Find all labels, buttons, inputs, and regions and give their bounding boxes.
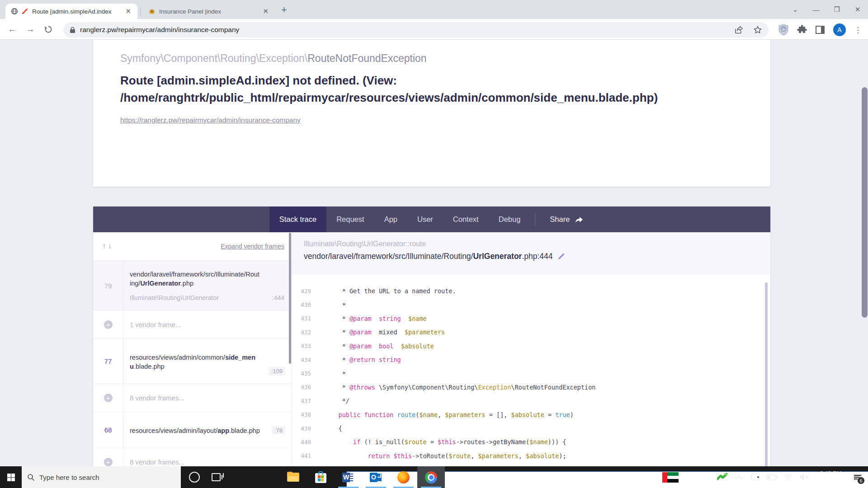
trading-app-icon[interactable] — [716, 466, 730, 488]
forward-button[interactable]: → — [24, 23, 36, 35]
vendor-frames-row[interactable]: +1 vendor frame... — [93, 311, 292, 339]
ms-store-taskbar-button[interactable] — [307, 466, 335, 488]
vendor-frames-row[interactable]: +8 vendor frames... — [93, 448, 292, 466]
trace-tab-app[interactable]: App — [374, 206, 407, 232]
action-center-button[interactable]: 6 — [850, 466, 865, 488]
exception-namespace: Symfony\Component\Routing\Exception\ — [120, 52, 307, 64]
code-line[interactable]: 432 * @param mixed $parameters — [292, 325, 770, 339]
share-button[interactable]: Share — [540, 206, 594, 232]
frame-up-icon[interactable]: ↑ — [102, 242, 108, 250]
frames-scrollbar[interactable] — [289, 233, 291, 364]
exception-class: Symfony\Component\Routing\Exception\Rout… — [120, 52, 752, 65]
stack-frame-row[interactable]: 77resources/views/admin/common/side_menu… — [93, 339, 292, 384]
outlook-taskbar-button[interactable]: O — [362, 466, 390, 488]
code-line[interactable]: 439 { — [292, 422, 770, 435]
file-explorer-taskbar-button[interactable] — [279, 466, 307, 488]
adblock-shield-icon[interactable] — [778, 24, 789, 36]
code-line[interactable]: 441 return $this->toRoute($route, $param… — [292, 449, 770, 463]
code-line[interactable]: 433 * @param bool $absolute — [292, 339, 770, 353]
trace-tab-user[interactable]: User — [407, 206, 443, 232]
code-line[interactable]: 442 } — [292, 463, 770, 466]
word-taskbar-button[interactable]: W — [335, 466, 362, 488]
wifi-icon[interactable] — [781, 466, 795, 488]
profile-avatar[interactable]: A — [833, 23, 846, 36]
line-number: 434 — [292, 357, 317, 363]
code-line[interactable]: 430 * — [292, 298, 770, 311]
taskbar-clock[interactable]: 6:40 PM 10/19/2022 — [816, 469, 845, 485]
expand-vendor-frames-link[interactable]: Expand vendor frames — [221, 243, 284, 250]
code-line[interactable]: 431 * @param string $name — [292, 312, 770, 325]
tab-separator — [140, 7, 141, 16]
tab-search-chevron-icon[interactable]: ⌄ — [785, 5, 806, 14]
browser-tab-error-page[interactable]: Route [admin.simpleAd.index ✕ — [5, 4, 137, 19]
code-text: return $this->toRoute($route, $parameter… — [317, 452, 566, 460]
browser-tab-insurance-panel[interactable]: Insurance Panel |index ✕ — [143, 4, 275, 19]
clock-date: 10/19/2022 — [816, 477, 845, 485]
vendor-frames-label: 8 vendor frames... — [123, 449, 292, 466]
chrome-taskbar-button[interactable] — [417, 466, 445, 488]
edit-pencil-icon[interactable] — [557, 253, 565, 260]
stack-frame-row[interactable]: 68resources/views/admin/layout/app.blade… — [93, 412, 292, 448]
frame-method: Illuminate\Routing\UrlGenerator::route — [304, 240, 770, 248]
trace-tab-debug[interactable]: Debug — [489, 206, 531, 232]
line-number: 429 — [292, 288, 317, 295]
volume-muted-icon[interactable] — [797, 466, 811, 488]
browser-menu-icon[interactable]: ⋮ — [854, 25, 862, 35]
window-close-button[interactable]: ✕ — [847, 5, 868, 14]
taskbar-search-input[interactable]: Type here to search — [22, 466, 181, 488]
code-line[interactable]: 434 * @return string — [292, 353, 770, 366]
trace-tab-stack-trace[interactable]: Stack trace — [269, 206, 327, 232]
frame-file-path: vendor/laravel/framework/src/Illuminate/… — [304, 252, 770, 261]
wireless-display-icon[interactable] — [749, 466, 762, 488]
side-panel-icon[interactable] — [815, 25, 825, 34]
code-scrollbar[interactable] — [765, 282, 768, 466]
browser-toolbar: ← → ranglerz.pw/repairmycar/admin/insura… — [0, 19, 868, 40]
uae-flag-icon[interactable] — [662, 472, 679, 483]
code-line[interactable]: 435 * — [292, 366, 770, 380]
browser-tab-strip: Route [admin.simpleAd.index ✕ Insurance … — [0, 0, 868, 19]
address-bar[interactable]: ranglerz.pw/repairmycar/admin/insurance-… — [63, 22, 769, 38]
extensions-puzzle-icon[interactable] — [797, 25, 807, 35]
tab-close-icon[interactable]: ✕ — [123, 7, 133, 15]
tab-close-icon[interactable]: ✕ — [261, 7, 270, 15]
page-scrollbar-thumb[interactable] — [862, 87, 868, 318]
battery-icon[interactable] — [765, 466, 778, 488]
windows-taskbar: Type here to search WO UAE Di... 6:40 PM… — [0, 466, 868, 488]
code-line[interactable]: 440 if (! is_null($route = $this->routes… — [292, 435, 770, 449]
tray-chevron-up-icon[interactable] — [732, 466, 746, 488]
expand-plus-icon[interactable]: + — [93, 394, 123, 402]
code-line[interactable]: 438 public function route($name, $parame… — [292, 408, 770, 422]
code-line[interactable]: 437 */ — [292, 394, 770, 408]
frame-info: resources/views/admin/common/side_menu.b… — [123, 339, 292, 384]
start-button[interactable] — [0, 466, 22, 488]
line-number: 435 — [292, 370, 317, 377]
language-indicator[interactable]: UAE Di... — [682, 474, 710, 481]
error-message-line2: /home/ranghtrk/public_html/repairmycar/r… — [120, 89, 752, 106]
expand-plus-icon[interactable]: + — [93, 458, 123, 466]
vendor-frames-row[interactable]: +8 vendor frames... — [93, 384, 292, 412]
cortana-button[interactable] — [184, 466, 205, 488]
share-icon[interactable] — [734, 25, 743, 34]
error-url-link[interactable]: https://ranglerz.pw/repairmycar/admin/in… — [120, 116, 301, 124]
expand-plus-icon[interactable]: + — [93, 320, 123, 329]
frame-line-number: :78 — [272, 426, 285, 434]
lock-icon[interactable] — [70, 27, 75, 33]
back-button[interactable]: ← — [6, 23, 18, 35]
code-line[interactable]: 429 * Get the URL to a named route. — [292, 284, 770, 298]
url-text[interactable]: ranglerz.pw/repairmycar/admin/insurance-… — [80, 26, 734, 34]
firefox-taskbar-button[interactable] — [390, 466, 417, 488]
task-view-button[interactable] — [205, 466, 227, 488]
new-tab-button[interactable]: + — [281, 5, 287, 14]
trace-tab-request[interactable]: Request — [326, 206, 374, 232]
refresh-button[interactable] — [42, 23, 54, 35]
bookmark-star-icon[interactable] — [753, 25, 762, 34]
window-restore-button[interactable]: ❐ — [826, 5, 847, 14]
trace-tab-context[interactable]: Context — [443, 206, 489, 232]
code-line[interactable]: 436 * @throws \Symfony\Component\Routing… — [292, 380, 770, 394]
clock-time: 6:40 PM — [816, 469, 845, 477]
frame-down-icon[interactable]: ↓ — [108, 242, 114, 250]
frame-detail-panel: Illuminate\Routing\UrlGenerator::route v… — [292, 232, 770, 466]
stack-frame-row[interactable]: 79vendor/laravel/framework/src/Illuminat… — [93, 261, 292, 311]
line-number: 431 — [292, 315, 317, 322]
window-minimize-button[interactable]: — — [806, 6, 826, 14]
